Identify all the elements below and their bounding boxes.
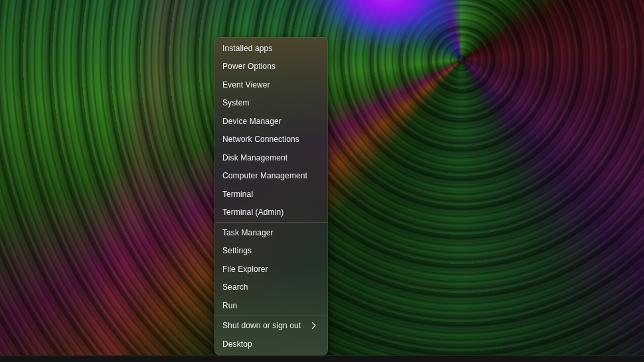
menu-item-run[interactable]: Run	[216, 296, 326, 315]
menu-item-terminal[interactable]: Terminal	[216, 185, 326, 204]
menu-item-shut-down-or-sign-out[interactable]: Shut down or sign out	[216, 317, 326, 335]
menu-item-network-connections[interactable]: Network Connections	[216, 131, 326, 149]
taskbar[interactable]	[0, 355, 644, 362]
chevron-right-icon	[311, 322, 317, 330]
menu-item-power-options[interactable]: Power Options	[216, 58, 326, 76]
menu-separator	[215, 316, 327, 316]
menu-item-task-manager[interactable]: Task Manager	[216, 223, 326, 242]
menu-item-disk-management[interactable]: Disk Management	[216, 149, 326, 167]
menu-item-device-manager[interactable]: Device Manager	[216, 112, 326, 131]
menu-item-installed-apps[interactable]: Installed apps	[216, 39, 326, 58]
menu-item-search[interactable]: Search	[216, 278, 326, 297]
menu-item-computer-management[interactable]: Computer Management	[216, 167, 326, 186]
menu-item-desktop[interactable]: Desktop	[216, 335, 326, 353]
menu-item-event-viewer[interactable]: Event Viewer	[216, 76, 326, 94]
menu-item-system[interactable]: System	[216, 94, 326, 113]
menu-item-settings[interactable]: Settings	[216, 242, 326, 261]
menu-separator	[215, 222, 327, 223]
menu-item-label: Shut down or sign out	[222, 321, 301, 330]
menu-item-terminal-admin[interactable]: Terminal (Admin)	[216, 204, 326, 222]
menu-item-file-explorer[interactable]: File Explorer	[216, 260, 326, 278]
desktop-screen: Installed apps Power Options Event Viewe…	[0, 0, 644, 362]
winx-context-menu: Installed apps Power Options Event Viewe…	[214, 37, 328, 355]
